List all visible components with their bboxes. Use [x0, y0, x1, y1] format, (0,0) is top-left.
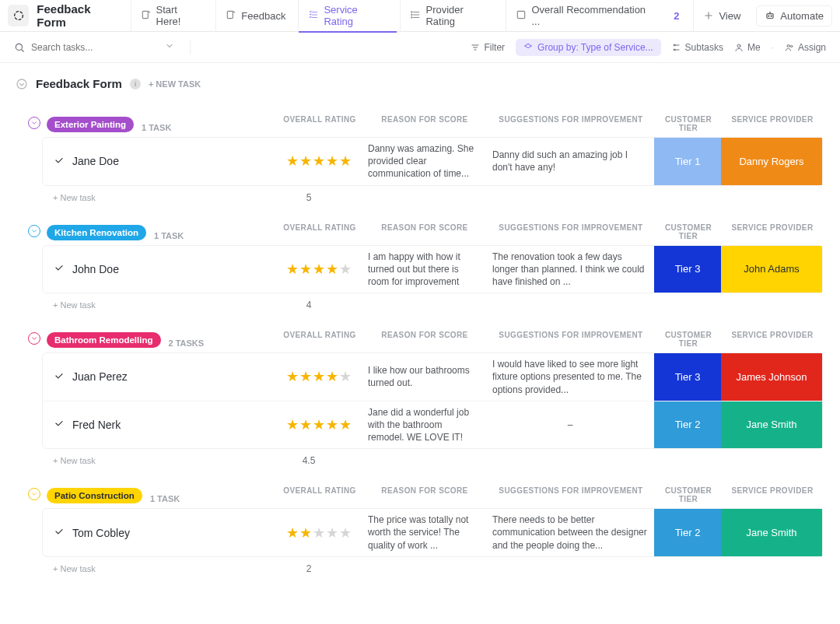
- task-row[interactable]: Tom Cobley ★★★★★ The price was totally n…: [43, 509, 822, 556]
- stars-icon: ★★★★★: [286, 524, 352, 542]
- task-row[interactable]: Fred Nerk ★★★★★ Jane did a wonderful job…: [43, 401, 822, 449]
- tab-label: Start Here!: [156, 4, 204, 27]
- automate-button[interactable]: Automate: [756, 5, 832, 26]
- svg-rect-1: [142, 11, 148, 18]
- chevron-down-icon: [30, 490, 38, 498]
- task-row[interactable]: John Doe ★★★★★ I am happy with how it tu…: [43, 246, 822, 293]
- list-title: Feedback Form: [36, 77, 122, 90]
- me-button[interactable]: Me: [734, 42, 761, 53]
- group-count: 2 TASKS: [169, 338, 205, 348]
- search-input[interactable]: [31, 42, 132, 53]
- chevron-down-icon: [30, 227, 38, 235]
- task-name: John Doe: [72, 263, 119, 275]
- tab-feedback[interactable]: Feedback: [215, 0, 295, 32]
- tier-cell: Tier 3: [654, 246, 721, 293]
- tab-icon: [308, 9, 319, 23]
- svg-marker-26: [525, 44, 532, 47]
- subtasks-button[interactable]: Subtasks: [672, 42, 723, 53]
- filter-button[interactable]: Filter: [471, 42, 505, 53]
- top-bar: Feedback Form Start Here!FeedbackService…: [0, 0, 840, 32]
- robot-icon: [765, 10, 775, 21]
- group-toggle[interactable]: [28, 332, 40, 345]
- tab-icon: [410, 9, 421, 23]
- group: Bathroom Remodelling 2 TASKS OVERALL RAT…: [28, 331, 823, 472]
- group-toggle[interactable]: [28, 488, 40, 500]
- col-overall-rating: OVERALL RATING: [277, 223, 362, 240]
- group-pill[interactable]: Exterior Painting: [47, 117, 134, 132]
- new-task-button[interactable]: + New task: [53, 456, 96, 465]
- col-service-provider: SERVICE PROVIDER: [722, 223, 823, 240]
- svg-rect-3: [228, 11, 233, 18]
- group-toggle[interactable]: [28, 225, 40, 237]
- task-row[interactable]: Juan Perez ★★★★★ I like how our bathroom…: [43, 353, 822, 401]
- task-row[interactable]: Jane Doe ★★★★★ Danny was amazing. She pr…: [43, 138, 822, 185]
- tab-label: Service Rating: [324, 4, 387, 27]
- groupby-chip[interactable]: Group by: Type of Service...: [516, 39, 661, 56]
- svg-line-2: [148, 11, 149, 12]
- tab-icon: [141, 9, 152, 23]
- group-toggle[interactable]: [28, 117, 40, 129]
- svg-point-11: [411, 11, 412, 12]
- new-task-button[interactable]: + New task: [53, 193, 96, 202]
- check-icon: [54, 370, 65, 384]
- check-icon: [54, 418, 65, 431]
- provider-cell: Jane Smith: [721, 401, 822, 449]
- add-view-button[interactable]: View: [693, 0, 750, 32]
- group-pill[interactable]: Bathroom Remodelling: [47, 332, 161, 348]
- suggestions-cell: I would have liked to see more light fix…: [486, 353, 654, 401]
- svg-point-30: [787, 44, 789, 47]
- task-name: Jane Doe: [72, 155, 119, 167]
- search-dropdown[interactable]: [165, 41, 174, 53]
- col-suggestions: SUGGESTIONS FOR IMPROVEMENT: [487, 115, 655, 132]
- svg-point-18: [768, 16, 769, 16]
- tab-label: Feedback: [241, 10, 285, 22]
- stars-icon: ★★★★★: [286, 261, 352, 278]
- reason-cell: Danny was amazing. She provid­ed clear c…: [362, 138, 486, 185]
- page-title: Feedback Form: [37, 2, 121, 29]
- col-customer-tier: CUSTOMER TIER: [655, 331, 722, 348]
- tab-start-here-[interactable]: Start Here!: [131, 0, 213, 32]
- svg-line-4: [233, 11, 235, 12]
- new-task-link[interactable]: + NEW TASK: [149, 79, 201, 89]
- chevron-down-icon[interactable]: [16, 78, 28, 90]
- subtasks-icon: [672, 43, 681, 52]
- app-icon[interactable]: [8, 5, 29, 26]
- col-suggestions: SUGGESTIONS FOR IMPROVEMENT: [487, 486, 655, 503]
- check-icon: [54, 526, 65, 539]
- tab-provider-rating[interactable]: Provider Rating: [400, 0, 502, 32]
- search-icon: [14, 42, 25, 53]
- col-service-provider: SERVICE PROVIDER: [722, 331, 823, 348]
- tab-icon: [226, 9, 236, 23]
- group-count: 1 TASK: [154, 231, 184, 240]
- tier-cell: Tier 1: [654, 138, 721, 185]
- col-customer-tier: CUSTOMER TIER: [655, 223, 722, 240]
- new-task-button[interactable]: + New task: [53, 300, 96, 310]
- provider-cell: James Johnson: [721, 353, 822, 401]
- svg-point-12: [411, 14, 412, 15]
- svg-point-32: [17, 79, 26, 89]
- reason-cell: I am happy with how it turned out but th…: [362, 246, 486, 293]
- tab-overall-recommendation-[interactable]: Overall Recommendation ...: [506, 0, 663, 32]
- list-header: Feedback Form i + NEW TASK: [0, 63, 840, 96]
- tier-cell: Tier 3: [654, 353, 721, 401]
- col-reason: REASON FOR SCORE: [362, 331, 487, 348]
- tabs-more[interactable]: 2: [666, 10, 690, 22]
- task-area: Tom Cobley ★★★★★ The price was totally n…: [42, 508, 823, 557]
- reason-cell: Jane did a wonderful job with the bathro…: [362, 401, 486, 449]
- group-pill[interactable]: Kitchen Renovation: [47, 225, 146, 240]
- group: Exterior Painting 1 TASK OVERALL RATING …: [28, 115, 823, 209]
- task-area: Jane Doe ★★★★★ Danny was amazing. She pr…: [42, 137, 823, 186]
- assign-button[interactable]: Assign: [785, 42, 826, 53]
- tab-service-rating[interactable]: Service Rating: [298, 0, 397, 32]
- suggestions-cell: –: [486, 414, 654, 436]
- col-suggestions: SUGGESTIONS FOR IMPROVEMENT: [487, 223, 655, 240]
- svg-point-13: [411, 16, 412, 17]
- stars-icon: ★★★★★: [286, 152, 352, 170]
- info-icon[interactable]: i: [130, 79, 141, 89]
- group-pill[interactable]: Patio Construction: [47, 488, 142, 503]
- chevron-down-icon: [30, 119, 38, 127]
- check-icon: [54, 262, 65, 275]
- task-name: Juan Perez: [72, 370, 128, 383]
- new-task-button[interactable]: + New task: [53, 564, 96, 573]
- group-count: 1 TASK: [142, 123, 171, 132]
